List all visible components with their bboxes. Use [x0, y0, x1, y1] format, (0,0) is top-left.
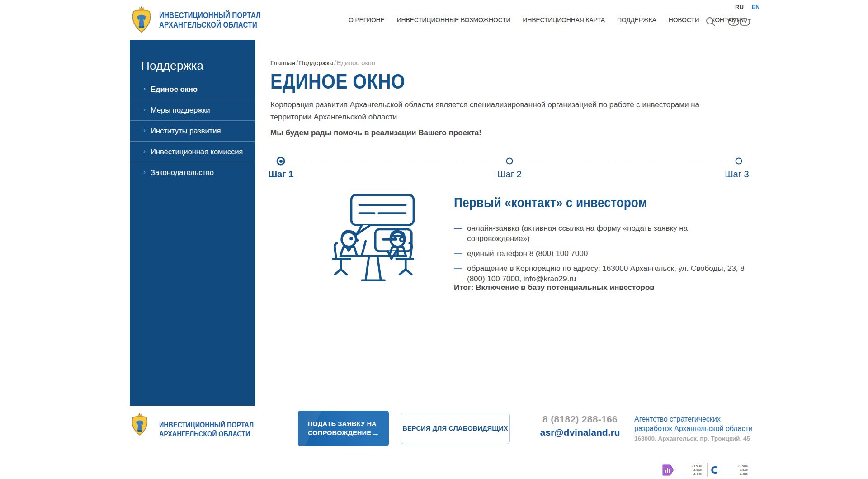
counter-value: 4386	[721, 472, 748, 476]
site-title-line2: АРХАНГЕЛЬСКОЙ ОБЛАСТИ	[159, 20, 261, 30]
apply-support-button-label: ПОДАТЬ ЗАЯВКУ НА СОПРОВОЖДЕНИЕ	[308, 420, 377, 436]
agency-address: 163000, Архангельск, пр. Троицкий, 45	[634, 435, 750, 442]
step-circle-3[interactable]	[736, 158, 742, 165]
liveinternet-icon	[661, 464, 675, 476]
step-circle-1[interactable]	[277, 157, 285, 166]
apply-support-button[interactable]: ПОДАТЬ ЗАЯВКУ НА СОПРОВОЖДЕНИЕ →	[298, 411, 389, 446]
nav-item-news[interactable]: НОВОСТИ	[669, 16, 699, 24]
sidebar-item-mery-podderzhki[interactable]: › Меры поддержки	[130, 100, 255, 120]
chevron-right-icon: ›	[143, 168, 146, 175]
page-title: ЕДИНОЕ ОКНО	[270, 69, 405, 94]
step-label-3[interactable]: Шаг 3	[725, 169, 749, 180]
header: ИНВЕСТИЦИОННЫЙ ПОРТАЛ АРХАНГЕЛЬСКОЙ ОБЛА…	[0, 0, 868, 40]
nav-item-investment-map[interactable]: ИНВЕСТИЦИОННАЯ КАРТА	[523, 16, 605, 24]
footer-divider	[112, 455, 750, 455]
counter-badge-liveinternet[interactable]: 21500 4848 4386	[661, 463, 704, 477]
footer-site-logo[interactable]	[130, 413, 150, 437]
chevron-right-icon: ›	[143, 126, 146, 134]
sputnik-c-icon: C	[708, 464, 721, 476]
breadcrumb-home[interactable]: Главная	[270, 59, 299, 66]
phone-number: 8 (8182) 288-166	[524, 414, 637, 425]
sidebar-item-instituty-razvitiya[interactable]: › Институты развития	[130, 120, 255, 141]
site-logo[interactable]	[130, 5, 153, 34]
list-item: онлайн-заявка (активная ссылка на форму …	[454, 223, 750, 244]
footer-site-title-line2: АРХАНГЕЛЬСКОЙ ОБЛАСТИ	[159, 430, 254, 439]
nav-item-opportunities[interactable]: ИНВЕСТИЦИОННЫЕ ВОЗМОЖНОСТИ	[397, 16, 511, 24]
sidebar: Поддержка › Единое окно › Меры поддержки…	[130, 40, 255, 406]
sidebar-item-edinoe-okno[interactable]: › Единое окно	[130, 79, 255, 100]
footer-contacts: 8 (8182) 288-166 asr@dvinaland.ru	[524, 414, 637, 438]
footer-site-title-line1: ИНВЕСТИЦИОННЫЙ ПОРТАЛ	[159, 421, 254, 430]
accessibility-glasses-icon[interactable]	[727, 17, 751, 29]
list-item: обращение в Корпорацию по адресу: 163000…	[454, 263, 750, 284]
sidebar-title: Поддержка	[130, 40, 255, 79]
sidebar-item-zakonodatelstvo[interactable]: › Законодательство	[130, 162, 255, 183]
counter-values: 21500 4848 4386	[675, 464, 704, 476]
page: ИНВЕСТИЦИОННЫЙ ПОРТАЛ АРХАНГЕЛЬСКОЙ ОБЛА…	[0, 0, 868, 479]
c-letter: C	[711, 465, 718, 476]
visit-counters: 21500 4848 4386 C 21500 4848 4386	[661, 463, 750, 477]
intro-paragraph: Корпорация развития Архангельской област…	[270, 99, 713, 123]
step-bullet-list: онлайн-заявка (активная ссылка на форму …	[454, 223, 750, 284]
breadcrumb-support[interactable]: Поддержка	[299, 59, 337, 66]
nav-item-support[interactable]: ПОДДЕРЖКА	[617, 16, 656, 24]
meeting-illustration-icon	[325, 192, 422, 285]
counter-values: 21500 4848 4386	[721, 464, 750, 476]
step-label-1[interactable]: Шаг 1	[268, 169, 293, 180]
email-link[interactable]: asr@dvinaland.ru	[524, 427, 637, 438]
accessibility-version-button[interactable]: ВЕРСИЯ ДЛЯ СЛАБОВИДЯЩИХ	[401, 413, 510, 444]
agency-link[interactable]: Агентство стратегических разработок Арха…	[634, 414, 756, 433]
nav-item-region[interactable]: О РЕГИОНЕ	[349, 16, 385, 24]
list-item: единый телефон 8 (800) 100 7000	[454, 248, 750, 259]
sidebar-menu: › Единое окно › Меры поддержки › Институ…	[130, 79, 255, 183]
step-result: Итог: Включение в базу потенциальных инв…	[454, 283, 655, 292]
sidebar-item-label: Меры поддержки	[151, 106, 210, 114]
counter-badge-sputnik[interactable]: C 21500 4848 4386	[707, 463, 750, 477]
sidebar-item-label: Институты развития	[151, 127, 221, 135]
intro-bold-paragraph: Мы будем рады помочь в реализации Вашего…	[270, 128, 481, 138]
arrow-right-icon: →	[371, 429, 380, 438]
site-title-line1: ИНВЕСТИЦИОННЫЙ ПОРТАЛ	[159, 11, 261, 20]
search-icon[interactable]	[705, 16, 716, 29]
site-title[interactable]: ИНВЕСТИЦИОННЫЙ ПОРТАЛ АРХАНГЕЛЬСКОЙ ОБЛА…	[159, 11, 261, 30]
footer-site-title[interactable]: ИНВЕСТИЦИОННЫЙ ПОРТАЛ АРХАНГЕЛЬСКОЙ ОБЛА…	[159, 421, 254, 439]
chevron-right-icon: ›	[143, 85, 146, 92]
coat-of-arms-icon	[130, 5, 153, 34]
sidebar-item-label: Законодательство	[151, 168, 214, 176]
chevron-right-icon: ›	[143, 147, 146, 155]
step-heading: Первый «контакт» с инвестором	[454, 195, 721, 210]
main-nav: О РЕГИОНЕ ИНВЕСТИЦИОННЫЕ ВОЗМОЖНОСТИ ИНВ…	[349, 0, 745, 40]
step-label-2[interactable]: Шаг 2	[497, 169, 521, 180]
sidebar-item-label: Инвестиционная комиссия	[151, 147, 243, 156]
counter-value: 4386	[675, 472, 702, 476]
breadcrumb: ГлавнаяПоддержкаЕдиное окно	[270, 59, 375, 66]
sidebar-item-investitsionnaya-komissiya[interactable]: › Инвестиционная комиссия	[130, 141, 255, 162]
lang-en[interactable]: EN	[751, 4, 760, 10]
language-switcher: RU EN	[729, 4, 760, 10]
step-circle-2[interactable]	[506, 158, 513, 165]
chevron-right-icon: ›	[143, 105, 146, 113]
lang-ru[interactable]: RU	[735, 4, 744, 10]
sidebar-item-label: Единое окно	[151, 85, 198, 93]
breadcrumb-current: Единое окно	[337, 59, 375, 66]
coat-of-arms-icon	[130, 413, 150, 437]
step-details: Первый «контакт» с инвестором онлайн-зая…	[454, 195, 750, 289]
